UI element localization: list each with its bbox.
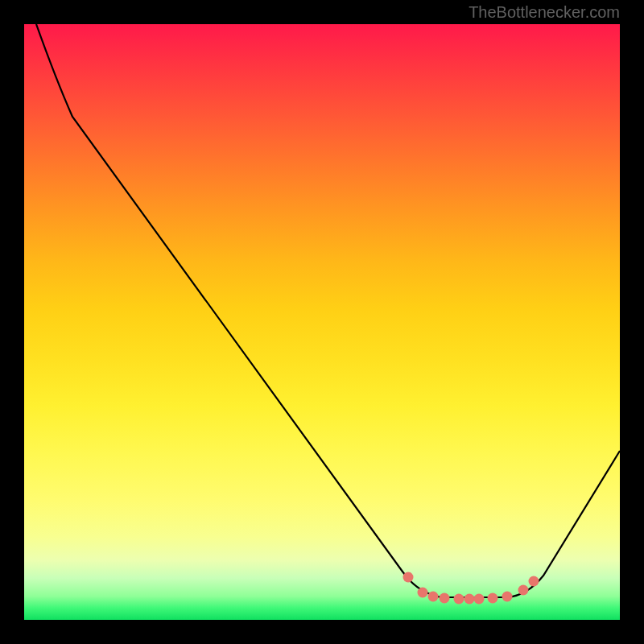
curve-marker	[464, 594, 475, 605]
chart-svg	[24, 24, 620, 620]
curve-marker	[454, 594, 464, 605]
curve-marker	[428, 592, 439, 602]
marker-group	[403, 572, 539, 605]
curve-marker	[488, 593, 498, 604]
curve-marker	[502, 592, 513, 602]
curve-marker	[518, 585, 529, 596]
attribution-text: TheBottlenecker.com	[469, 3, 620, 22]
curve-marker	[403, 572, 414, 583]
curve-marker	[440, 593, 450, 604]
curve-marker	[474, 594, 485, 605]
plot-area	[24, 24, 620, 620]
bottleneck-curve	[36, 24, 620, 597]
curve-marker	[529, 576, 539, 587]
curve-marker	[418, 588, 428, 598]
